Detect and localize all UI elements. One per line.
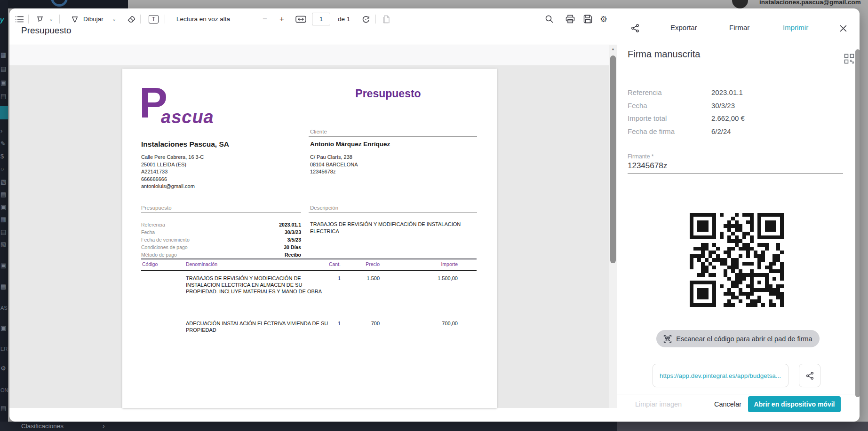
field-label: Importe total — [628, 114, 667, 122]
sidebar-partial-icon: ⚙ — [0, 365, 6, 371]
company-address: Calle Pere Cabrera, 16 3-C 25001 LLEIDA … — [141, 154, 204, 190]
sidebar-partial-icon: ▦ — [0, 216, 6, 222]
field-value: 2.662,00 € — [711, 114, 745, 122]
sidebar-active-item[interactable] — [0, 106, 8, 119]
scroll-up-icon[interactable]: ▲ — [611, 47, 615, 51]
sidebar-partial-icon: ▤ — [0, 93, 6, 99]
app-sidebar: y ▦▤▣▤›✎$○▧▤▣▦▤▧▣▤AS▣ER⚙ON▤▣ — [0, 0, 8, 431]
highlighter-button[interactable] — [36, 8, 44, 30]
fit-width-icon — [295, 16, 306, 23]
clear-image-button[interactable]: Limpiar imagen — [635, 400, 682, 408]
draw-chevron[interactable]: ⌄ — [112, 8, 116, 30]
sidebar-item-clasificaciones[interactable]: Clasificaciones › — [0, 422, 617, 431]
input-underline — [628, 173, 843, 174]
contents-icon — [15, 16, 24, 23]
account-email[interactable]: instalaciones.pascua@gmail.com — [759, 0, 861, 6]
modal-title: Presupuesto — [21, 25, 72, 36]
share-url-button[interactable] — [799, 364, 820, 387]
client-section-label: Cliente — [310, 129, 327, 134]
highlighter-icon — [36, 15, 44, 24]
field-label: Fecha de firma — [628, 127, 675, 135]
sidebar-partial-icon: ▣ — [0, 204, 6, 210]
draw-button[interactable] — [71, 8, 79, 30]
table-row-name: TRABAJOS DE REVISIÓN Y MODIFICACIÓN DE I… — [186, 275, 331, 295]
page-view-button[interactable] — [382, 8, 390, 30]
table-row-qty: 1 — [312, 275, 341, 282]
table-row-price: 1.500 — [351, 275, 380, 282]
read-aloud-button[interactable]: Lectura en voz alta — [176, 8, 230, 30]
table-border — [141, 259, 477, 259]
field-value: 30/3/23 — [711, 102, 735, 110]
sidebar-partial-icon: $ — [0, 153, 4, 159]
avatar[interactable] — [732, 0, 748, 8]
panel-scrollbar-thumb[interactable] — [855, 49, 860, 397]
rotate-button[interactable] — [361, 8, 370, 30]
document-title: Presupuesto — [325, 87, 452, 100]
share-button[interactable] — [629, 23, 641, 34]
share-icon — [805, 371, 814, 380]
divider — [309, 136, 477, 137]
company-logo-text: ascua — [161, 108, 214, 126]
close-button[interactable] — [837, 23, 849, 34]
page-number-input[interactable] — [312, 13, 330, 25]
settings-button[interactable]: ⚙ — [600, 8, 607, 30]
fit-width-button[interactable] — [295, 8, 306, 30]
client-address: C/ Pau Clarís, 238 08104 BARCELONA 12345… — [310, 154, 358, 176]
search-button[interactable] — [545, 8, 554, 30]
table-row-price: 700 — [351, 321, 380, 327]
draw-label[interactable]: Dibujar — [83, 8, 104, 30]
pdf-toolbar — [9, 45, 609, 66]
eraser-button[interactable] — [127, 8, 136, 30]
sidebar-partial-icon: ▧ — [0, 179, 6, 185]
col-header-amount: Importe — [425, 261, 458, 267]
toolbar-save-button[interactable] — [583, 8, 592, 30]
sidebar-logo-letter: y — [0, 16, 4, 24]
table-border — [141, 270, 477, 271]
open-mobile-button[interactable]: Abrir en dispositivo móvil — [748, 396, 841, 412]
viewer-scrollbar-thumb[interactable] — [610, 55, 616, 263]
sign-button[interactable]: Firmar — [729, 24, 749, 31]
signer-input[interactable] — [628, 161, 843, 171]
page-view-icon — [382, 15, 390, 24]
text-box-button[interactable]: T — [149, 8, 159, 30]
sidebar-partial-icon: ▣ — [0, 262, 6, 268]
divider — [309, 212, 477, 213]
qr-corner-button[interactable] — [844, 54, 854, 64]
toolbar-print-button[interactable] — [565, 8, 575, 30]
export-button[interactable]: Exportar — [670, 24, 697, 31]
zoom-out-button[interactable]: − — [263, 8, 267, 30]
client-name: Antonio Márquez Enríquez — [310, 141, 390, 148]
sidebar-partial-icon: ER — [0, 346, 8, 352]
print-button[interactable]: Imprimir — [783, 24, 808, 31]
zoom-in-button[interactable]: + — [279, 8, 284, 30]
sidebar-partial-icon: ▤ — [0, 191, 6, 197]
backdrop-strip — [617, 422, 868, 431]
signer-field-wrap — [628, 161, 843, 172]
sidebar-partial-icon: ▧ — [0, 241, 6, 247]
signature-url-link[interactable]: https://app.dev.pintegral.es/app/budgets… — [653, 364, 788, 387]
page-number-input-box — [312, 13, 330, 25]
highlighter-chevron[interactable]: ⌄ — [49, 8, 53, 30]
scan-code-button[interactable]: Escanear el código para abrir el pad de … — [656, 330, 820, 347]
description-section-label: Descripción — [310, 205, 338, 211]
divider — [617, 394, 860, 394]
table-row-amount: 1.500,00 — [425, 275, 458, 282]
sidebar-partial-icon: AS — [0, 305, 8, 311]
search-icon — [545, 15, 554, 24]
sidebar-partial-icon: ▦ — [0, 52, 6, 58]
sidebar-partial-icon: ▤ — [0, 229, 6, 235]
sidebar-partial-icon: ▣ — [0, 79, 6, 86]
field-label: Referencia — [628, 88, 662, 96]
signer-label: Firmante * — [628, 153, 653, 160]
sidebar-partial-icon: ○ — [0, 166, 4, 172]
divider — [141, 212, 301, 213]
close-icon — [839, 24, 847, 32]
qr-code — [684, 207, 789, 313]
document-page: P ascua Presupuesto Cliente Instalacione… — [122, 69, 497, 408]
contents-button[interactable] — [15, 8, 24, 30]
share-icon — [630, 24, 640, 33]
cancel-button[interactable]: Cancelar — [714, 400, 741, 408]
panel-title: Firma manuscrita — [628, 49, 700, 60]
save-icon — [583, 15, 592, 24]
text-tool-icon: T — [149, 15, 159, 24]
